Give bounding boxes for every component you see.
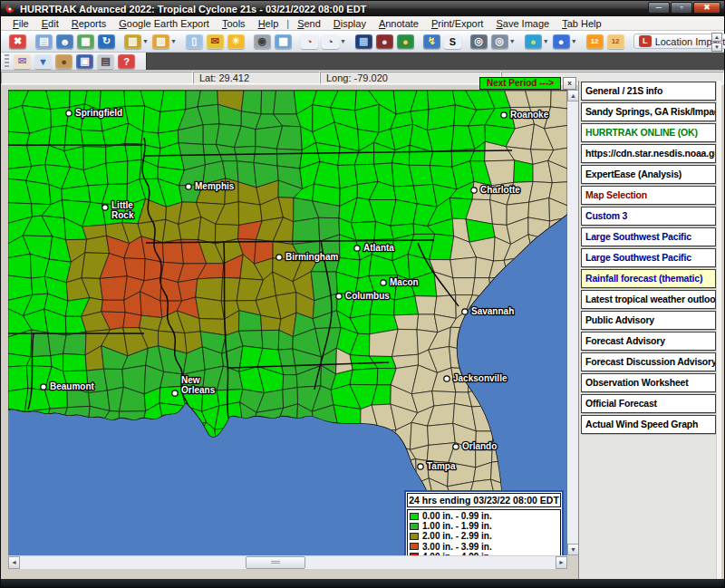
svg-text:Jacksonville: Jacksonville bbox=[453, 373, 508, 383]
open-folder-icon[interactable]: ▨▼ bbox=[151, 34, 178, 50]
close-view-icon[interactable]: ✖ bbox=[8, 34, 27, 50]
sidebar-scroll-strip[interactable] bbox=[716, 81, 721, 581]
sidebar-item-map-selection[interactable]: Map Selection bbox=[581, 186, 716, 205]
sidebar-item-observation-worksheet[interactable]: Observation Worksheet bbox=[581, 373, 716, 392]
latitude-readout: Lat: 29.412 bbox=[193, 72, 320, 84]
horizontal-scroll-thumb[interactable] bbox=[246, 556, 305, 569]
mail-alert-icon[interactable]: ✉ bbox=[206, 34, 225, 50]
menu-send[interactable]: Send bbox=[291, 17, 327, 30]
menu-reports[interactable]: Reports bbox=[65, 17, 113, 30]
sidebar-item-latest-tropical-weather-outlook[interactable]: Latest tropical weather outlook bbox=[581, 290, 716, 309]
refresh-icon: ↻ bbox=[98, 34, 115, 49]
save-icon[interactable]: ▣ bbox=[75, 53, 94, 70]
clock-icon[interactable]: ◔▼ bbox=[321, 34, 347, 50]
scroll-left-arrow[interactable]: ◄ bbox=[8, 556, 20, 569]
mail-open-icon[interactable]: ✉ bbox=[13, 53, 32, 70]
sidebar-item-sandy-springs-ga-risk-impact[interactable]: Sandy Springs, GA Risk/Impact bbox=[581, 102, 716, 121]
page-badge-icon[interactable]: 12 bbox=[606, 34, 625, 50]
sun-icon[interactable]: ☀ bbox=[227, 34, 246, 50]
close-button[interactable]: ✖ bbox=[693, 2, 720, 14]
lock-icon[interactable]: ● bbox=[54, 53, 73, 70]
menu-print-export[interactable]: Print/Export bbox=[425, 17, 489, 30]
menu-google-earth-export[interactable]: Google Earth Export bbox=[112, 17, 216, 30]
minimize-button[interactable]: ─ bbox=[648, 2, 670, 14]
legend-entry-label: 4.00 in. - 4.99 in. bbox=[422, 552, 492, 555]
report-l-chip: L bbox=[639, 35, 652, 47]
sidebar-item-rainfall-forecast-thematic-[interactable]: Rainfall forecast (thematic) bbox=[581, 269, 716, 288]
menu-tab-help[interactable]: Tab Help bbox=[556, 17, 607, 30]
scroll-right-arrow[interactable]: ► bbox=[556, 556, 567, 569]
legend-entry: 0.00 in. - 0.99 in. bbox=[410, 511, 558, 521]
toolbar-dark-fill bbox=[146, 53, 724, 70]
storm-tracks-icon[interactable]: ◎ bbox=[469, 34, 488, 50]
menu-display[interactable]: Display bbox=[327, 17, 372, 30]
dropdown-caret-icon: ▼ bbox=[340, 38, 346, 44]
user-icon: ☻ bbox=[56, 34, 73, 49]
lock-icon: ● bbox=[55, 54, 72, 69]
map-horizontal-scrollbar[interactable]: ◄ ► bbox=[8, 556, 567, 569]
sidebar-item-general-21s-info[interactable]: General / 21S info bbox=[581, 82, 716, 101]
save-icon: ▣ bbox=[76, 54, 93, 69]
sidebar-item-hurrtrak-online-ok-[interactable]: HURRTRAK ONLINE (OK) bbox=[581, 123, 716, 142]
svg-text:LittleRock: LittleRock bbox=[111, 200, 134, 220]
menu-annotate[interactable]: Annotate bbox=[372, 17, 425, 30]
sidebar-item-official-forecast[interactable]: Official Forecast bbox=[581, 394, 716, 413]
menu-file[interactable]: File bbox=[6, 17, 35, 30]
camera-icon[interactable]: ◉ bbox=[253, 34, 272, 50]
hurricane-app-icon bbox=[5, 4, 15, 14]
report-preview-icon: ▤ bbox=[35, 34, 53, 49]
menu-edit[interactable]: Edit bbox=[35, 17, 65, 30]
maximize-button[interactable]: ▫ bbox=[671, 2, 692, 14]
sidebar-item-large-southwest-pacific[interactable]: Large Southwest Pacific bbox=[581, 227, 716, 246]
import-icon[interactable]: ▼ bbox=[34, 53, 53, 70]
menu-help[interactable]: Help bbox=[252, 17, 285, 30]
user-icon[interactable]: ☻ bbox=[55, 34, 74, 50]
storm-tracks-alt-icon[interactable]: ◎▼ bbox=[490, 34, 517, 50]
dropdown-caret-icon: ▼ bbox=[170, 38, 177, 44]
rainfall-forecast-map[interactable]: SpringfieldSpringfieldLittleRockLittleRo… bbox=[8, 90, 567, 555]
dropdown-caret-icon: ▼ bbox=[509, 38, 516, 44]
google-earth-icon[interactable]: ●▼ bbox=[552, 34, 578, 50]
sidebar-item-actual-wind-speed-graph[interactable]: Actual Wind Speed Graph bbox=[581, 415, 716, 434]
toolbar-grip-2[interactable] bbox=[5, 54, 9, 69]
legend-color-swatch bbox=[410, 523, 419, 530]
menu-separator: | bbox=[285, 18, 291, 29]
pumpkin-badge-icon[interactable]: 12 bbox=[585, 34, 604, 50]
sidebar-item-https-cdn-star-nesdis-noaa-gov-g[interactable]: https://cdn.star.nesdis.noaa.gov/G bbox=[581, 144, 716, 163]
svg-text:Birmingham: Birmingham bbox=[285, 252, 338, 262]
toolbar-overflow-down[interactable]: ▼ bbox=[711, 43, 722, 52]
svg-text:Memphis: Memphis bbox=[195, 181, 235, 191]
database-export-icon[interactable]: ▥▼ bbox=[123, 34, 150, 50]
sidebar-item-forecast-advisory[interactable]: Forecast Advisory bbox=[581, 332, 716, 351]
refresh-icon[interactable]: ↻ bbox=[97, 34, 116, 50]
document-icon[interactable]: ▯ bbox=[185, 34, 204, 50]
menu-tools[interactable]: Tools bbox=[216, 17, 252, 30]
toolbar-overflow-buttons: ▲▼ bbox=[711, 33, 722, 52]
print-icon[interactable]: ▤ bbox=[96, 53, 115, 70]
satellite-image-icon[interactable]: ▦ bbox=[354, 34, 373, 50]
sidebar-item-public-advisory[interactable]: Public Advisory bbox=[581, 311, 716, 330]
gauge-icon[interactable]: ◔ bbox=[300, 34, 319, 50]
next-period-button[interactable]: Next Period ---> bbox=[479, 77, 561, 90]
next-period-close-button[interactable]: x bbox=[563, 77, 576, 90]
sidebar-item-custom-3[interactable]: Custom 3 bbox=[581, 207, 716, 226]
sidebar-item-expertease-analysis-[interactable]: ExpertEase (Analysis) bbox=[581, 165, 716, 184]
report-preview-icon[interactable]: ▤ bbox=[34, 34, 53, 50]
globe-green-icon[interactable]: ● bbox=[396, 34, 415, 50]
help-icon[interactable]: ? bbox=[117, 53, 136, 70]
window-icon[interactable]: ▦ bbox=[76, 34, 95, 50]
storm-energy-icon[interactable]: ↯ bbox=[422, 34, 441, 50]
window-title: HURRTRAK Advanced 2022: Tropical Cyclone… bbox=[20, 4, 366, 14]
sidebar-item-forecast-discussion-advisory[interactable]: Forecast Discussion Advisory bbox=[581, 352, 716, 371]
pumpkin-badge-icon: 12 bbox=[586, 34, 604, 49]
image-icon[interactable]: ▩ bbox=[274, 34, 293, 50]
globe-red-icon[interactable]: ● bbox=[375, 34, 394, 50]
hurricane-symbol-icon[interactable]: S bbox=[443, 34, 462, 50]
toolbar-overflow-up[interactable]: ▲ bbox=[711, 33, 722, 42]
menu-save-image[interactable]: Save Image bbox=[489, 17, 556, 30]
world-map-icon[interactable]: ●▼ bbox=[524, 34, 550, 50]
mail-alert-icon: ✉ bbox=[207, 34, 224, 49]
database-export-icon: ▥ bbox=[124, 34, 141, 49]
sidebar-item-large-southwest-pacific[interactable]: Large Southwest Pacific bbox=[581, 248, 716, 267]
hurricane-symbol-icon: S bbox=[444, 34, 461, 49]
